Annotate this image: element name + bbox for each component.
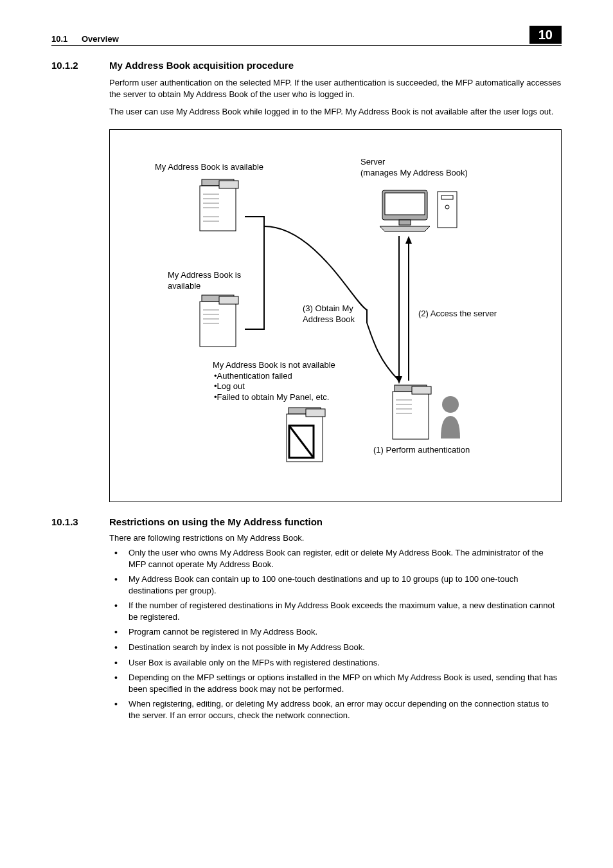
diagram-not-available: My Address Book is not available Authent…	[213, 360, 335, 404]
list-item: Only the user who owns My Address Book c…	[109, 547, 562, 570]
mfp-disabled-icon	[280, 406, 332, 471]
section-number: 10.1.3	[51, 516, 109, 527]
list-item: Program cannot be registered in My Addre…	[109, 626, 562, 638]
header-section-label: Overview	[82, 34, 119, 44]
section-title: Restrictions on using the My Address fun…	[109, 516, 323, 527]
mfp-with-user-icon	[386, 384, 470, 448]
diagram-label-perform-auth: (1) Perform authentication	[373, 445, 470, 456]
list-item: If the number of registered destinations…	[109, 600, 562, 622]
svg-rect-27	[287, 414, 323, 462]
diagram-not-avail-bullet: Authentication failed	[214, 371, 335, 382]
svg-rect-33	[412, 386, 431, 394]
restrictions-list: Only the user who owns My Address Book c…	[109, 547, 562, 721]
header-left: 10.1 Overview	[51, 34, 529, 44]
paragraph: The user can use My Address Book while l…	[109, 106, 562, 118]
svg-rect-28	[306, 409, 325, 417]
diagram-not-avail-bullet: Failed to obtain My Panel, etc.	[214, 392, 335, 403]
list-item: Depending on the MFP settings or options…	[109, 672, 562, 694]
diagram-not-avail-title: My Address Book is not available	[213, 360, 335, 371]
header-section-number: 10.1	[51, 34, 67, 44]
diagram-not-avail-bullet: Log out	[214, 381, 335, 392]
list-item: User Box is available only on the MFPs w…	[109, 657, 562, 669]
list-item: When registering, editing, or deleting M…	[109, 698, 562, 721]
paragraph: Perform user authentication on the selec…	[109, 77, 562, 100]
section-10-1-2-body: Perform user authentication on the selec…	[109, 77, 562, 118]
svg-rect-32	[393, 392, 429, 439]
list-item: My Address Book can contain up to 100 on…	[109, 574, 562, 596]
diagram-lines	[110, 130, 560, 503]
svg-point-38	[442, 396, 459, 413]
list-item: Destination search by index is not possi…	[109, 642, 562, 653]
section-10-1-3-heading: 10.1.3 Restrictions on using the My Addr…	[51, 516, 562, 527]
section-title: My Address Book acquisition procedure	[109, 60, 294, 71]
section-10-1-2-heading: 10.1.2 My Address Book acquisition proce…	[51, 60, 562, 71]
svg-marker-25	[405, 236, 412, 244]
chapter-badge: 10	[529, 26, 562, 44]
page-header: 10.1 Overview 10	[51, 26, 562, 46]
section-number: 10.1.2	[51, 60, 109, 71]
acquisition-diagram: My Address Book is available Server (man…	[109, 129, 562, 502]
section-10-1-3-intro: There are following restrictions on My A…	[109, 532, 562, 544]
